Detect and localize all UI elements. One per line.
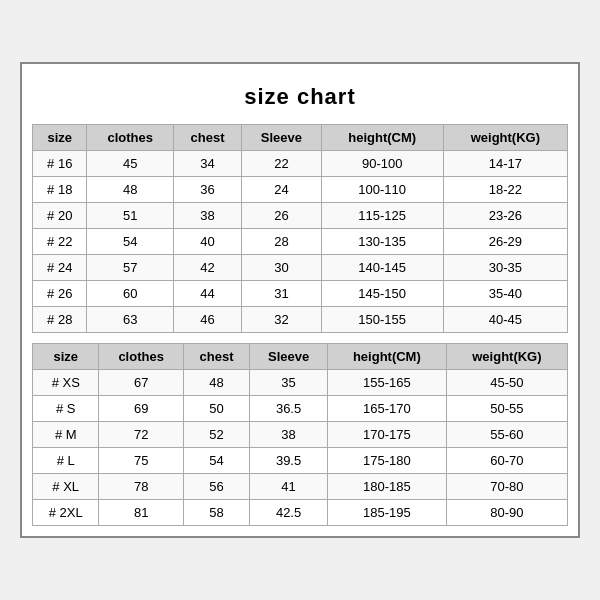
table-cell: 41 <box>250 474 328 500</box>
table2-header-cell: weight(KG) <box>446 344 567 370</box>
table1-header-cell: height(CM) <box>321 125 443 151</box>
table-cell: 81 <box>99 500 183 526</box>
table-cell: # XL <box>33 474 99 500</box>
table1-header-cell: chest <box>173 125 241 151</box>
table-cell: 130-135 <box>321 229 443 255</box>
table-cell: 55-60 <box>446 422 567 448</box>
table-cell: 56 <box>183 474 249 500</box>
table-cell: 26 <box>242 203 322 229</box>
table1-body: # 1645342290-10014-17# 18483624100-11018… <box>33 151 568 333</box>
table-cell: 180-185 <box>327 474 446 500</box>
table-row: # 28634632150-15540-45 <box>33 307 568 333</box>
table-cell: # 26 <box>33 281 87 307</box>
table-cell: # 18 <box>33 177 87 203</box>
table2-header-cell: chest <box>183 344 249 370</box>
table-cell: 72 <box>99 422 183 448</box>
table-cell: 58 <box>183 500 249 526</box>
table-cell: 35 <box>250 370 328 396</box>
table-cell: 51 <box>87 203 173 229</box>
table-cell: 78 <box>99 474 183 500</box>
table1-header-row: sizeclotheschestSleeveheight(CM)weight(K… <box>33 125 568 151</box>
table-cell: 54 <box>87 229 173 255</box>
table-row: # 26604431145-15035-40 <box>33 281 568 307</box>
table-row: # M725238170-17555-60 <box>33 422 568 448</box>
table-cell: 63 <box>87 307 173 333</box>
table-row: # 18483624100-11018-22 <box>33 177 568 203</box>
table-row: # 1645342290-10014-17 <box>33 151 568 177</box>
table-cell: 60-70 <box>446 448 567 474</box>
table-cell: 48 <box>87 177 173 203</box>
table-row: # XS674835155-16545-50 <box>33 370 568 396</box>
table2-header-cell: clothes <box>99 344 183 370</box>
table-cell: 24 <box>242 177 322 203</box>
table-cell: 145-150 <box>321 281 443 307</box>
table-cell: 150-155 <box>321 307 443 333</box>
table-cell: 140-145 <box>321 255 443 281</box>
table-cell: 39.5 <box>250 448 328 474</box>
table-cell: 35-40 <box>443 281 567 307</box>
table-cell: 42.5 <box>250 500 328 526</box>
table-cell: 70-80 <box>446 474 567 500</box>
table-cell: 50-55 <box>446 396 567 422</box>
table-cell: 30-35 <box>443 255 567 281</box>
table-cell: 36 <box>173 177 241 203</box>
table-cell: 18-22 <box>443 177 567 203</box>
table2-header: sizeclotheschestSleeveheight(CM)weight(K… <box>33 344 568 370</box>
size-chart-container: size chart sizeclotheschestSleeveheight(… <box>20 62 580 538</box>
table-cell: 50 <box>183 396 249 422</box>
table-cell: 45-50 <box>446 370 567 396</box>
table-cell: 40-45 <box>443 307 567 333</box>
table-cell: # M <box>33 422 99 448</box>
table-cell: # S <box>33 396 99 422</box>
table-cell: 36.5 <box>250 396 328 422</box>
table-cell: # 24 <box>33 255 87 281</box>
table-cell: 48 <box>183 370 249 396</box>
table-cell: 30 <box>242 255 322 281</box>
table1-header-cell: clothes <box>87 125 173 151</box>
table-row: # L755439.5175-18060-70 <box>33 448 568 474</box>
chart-title: size chart <box>32 74 568 124</box>
table2-header-row: sizeclotheschestSleeveheight(CM)weight(K… <box>33 344 568 370</box>
table2-header-cell: height(CM) <box>327 344 446 370</box>
table-cell: 100-110 <box>321 177 443 203</box>
table1-header-cell: Sleeve <box>242 125 322 151</box>
table-cell: 115-125 <box>321 203 443 229</box>
table-cell: 22 <box>242 151 322 177</box>
table-cell: # 16 <box>33 151 87 177</box>
size-table-1: sizeclotheschestSleeveheight(CM)weight(K… <box>32 124 568 333</box>
table-cell: 26-29 <box>443 229 567 255</box>
table-cell: 60 <box>87 281 173 307</box>
table-cell: 44 <box>173 281 241 307</box>
table-row: # 20513826115-12523-26 <box>33 203 568 229</box>
table-cell: 80-90 <box>446 500 567 526</box>
table-cell: 42 <box>173 255 241 281</box>
table-spacer <box>32 333 568 343</box>
table-cell: 31 <box>242 281 322 307</box>
table-cell: 45 <box>87 151 173 177</box>
table-cell: 165-170 <box>327 396 446 422</box>
table-cell: 185-195 <box>327 500 446 526</box>
table-cell: 170-175 <box>327 422 446 448</box>
table-cell: 90-100 <box>321 151 443 177</box>
table-cell: 14-17 <box>443 151 567 177</box>
table-cell: 46 <box>173 307 241 333</box>
table-cell: # L <box>33 448 99 474</box>
table2-body: # XS674835155-16545-50# S695036.5165-170… <box>33 370 568 526</box>
table-cell: 38 <box>250 422 328 448</box>
table-cell: 57 <box>87 255 173 281</box>
table-cell: 155-165 <box>327 370 446 396</box>
table-cell: 40 <box>173 229 241 255</box>
table-cell: # XS <box>33 370 99 396</box>
table-cell: 52 <box>183 422 249 448</box>
table-cell: # 28 <box>33 307 87 333</box>
table-cell: 67 <box>99 370 183 396</box>
table-cell: 28 <box>242 229 322 255</box>
table-cell: 175-180 <box>327 448 446 474</box>
table2-header-cell: Sleeve <box>250 344 328 370</box>
table-row: # XL785641180-18570-80 <box>33 474 568 500</box>
table-row: # 24574230140-14530-35 <box>33 255 568 281</box>
table-row: # 2XL815842.5185-19580-90 <box>33 500 568 526</box>
table1-header-cell: size <box>33 125 87 151</box>
table-cell: 23-26 <box>443 203 567 229</box>
table-cell: 34 <box>173 151 241 177</box>
